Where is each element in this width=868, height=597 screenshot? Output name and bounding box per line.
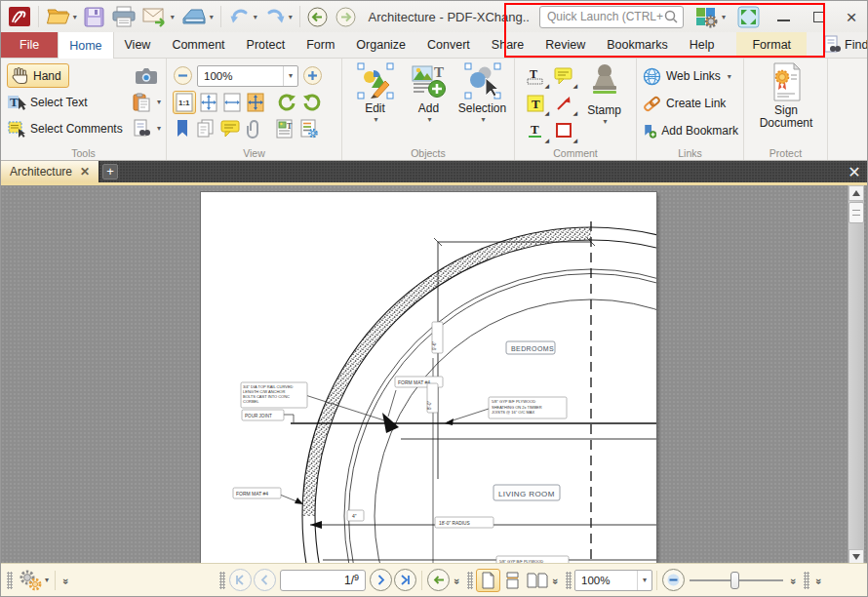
view-history-button[interactable]: »	[452, 574, 463, 587]
actual-size-button[interactable]: 1:1	[173, 91, 196, 114]
tab-bookmarks[interactable]: Bookmarks	[596, 32, 679, 58]
close-button[interactable]: ×	[840, 4, 863, 30]
fit-page-button[interactable]	[198, 92, 219, 113]
sticky-note-tool-button[interactable]: ◢	[549, 62, 577, 90]
scrollbar-thumb[interactable]	[848, 202, 864, 223]
fit-visible-button[interactable]	[245, 92, 266, 113]
tab-organize[interactable]: Organize	[345, 32, 416, 58]
email-button[interactable]: ▾	[139, 4, 178, 30]
previous-view-button[interactable]	[427, 569, 450, 591]
previous-page-button[interactable]	[254, 569, 276, 591]
document-tab-architecture[interactable]: Architecture ✕	[1, 161, 99, 182]
find-tool-button[interactable]: ▾	[132, 115, 161, 141]
zoom-slider[interactable]	[690, 571, 783, 590]
tab-share[interactable]: Share	[481, 32, 534, 58]
tab-protect[interactable]: Protect	[236, 32, 296, 58]
find-button[interactable]: Find...	[822, 32, 868, 58]
pdf-page[interactable]: BEDROOMS LIVING ROOM FORM MAT #4 3/4" DI…	[201, 192, 656, 565]
add-objects-button[interactable]: T Add ▾	[402, 62, 455, 146]
toolbar-grip[interactable]	[7, 572, 13, 589]
properties-pane-button[interactable]: T	[274, 118, 296, 139]
close-document-button[interactable]: ✕	[842, 161, 867, 182]
last-page-button[interactable]	[394, 569, 416, 591]
arrow-tool-button[interactable]: ◢	[549, 90, 577, 117]
rotate-cw-button[interactable]	[300, 91, 324, 114]
zoom-out-button[interactable]	[173, 65, 193, 86]
close-tab-icon[interactable]: ✕	[80, 165, 90, 179]
single-page-layout-button[interactable]	[476, 569, 500, 592]
sign-document-button[interactable]: Sign Document	[751, 62, 821, 146]
expand-toolbar-button[interactable]: »	[60, 574, 72, 587]
fullscreen-button[interactable]	[734, 4, 763, 30]
stamp-button[interactable]: Stamp ▾	[577, 62, 631, 146]
vertical-scrollbar[interactable]	[848, 185, 864, 565]
quick-launch-input[interactable]	[547, 10, 663, 23]
paste-button[interactable]: ▾	[132, 89, 161, 115]
two-page-layout-button[interactable]	[525, 569, 549, 592]
select-comments-button[interactable]: Select Comments	[7, 115, 126, 141]
hand-tool-button[interactable]: Hand	[7, 63, 69, 88]
toolbar-grip[interactable]	[566, 572, 572, 589]
create-link-button[interactable]: Create Link	[643, 90, 738, 117]
zoom-slider-thumb[interactable]	[730, 572, 739, 589]
zoom-in-button[interactable]	[302, 65, 323, 86]
zoom-options-button[interactable]: »	[788, 574, 800, 587]
back-button[interactable]	[303, 4, 332, 30]
ui-options-button[interactable]: ▾	[691, 4, 729, 30]
selection-button[interactable]: Selection ▾	[455, 62, 509, 146]
bookmarks-pane-button[interactable]	[173, 118, 192, 139]
typewriter-tool-button[interactable]: T◢	[521, 62, 549, 90]
zoom-out-button-status[interactable]	[662, 569, 685, 591]
toolbar-grip[interactable]	[804, 572, 809, 589]
tab-review[interactable]: Review	[534, 32, 596, 58]
tab-convert[interactable]: Convert	[416, 32, 481, 58]
quick-launch-box[interactable]	[539, 6, 684, 28]
pane-options-button[interactable]	[298, 118, 320, 139]
highlight-text-tool-button[interactable]: T◢	[521, 90, 549, 117]
ribbon-zoom-combo[interactable]: 100% ▾	[197, 65, 298, 87]
first-page-button[interactable]	[229, 569, 252, 591]
options-button[interactable]: ▾	[18, 569, 49, 592]
scroll-up-button[interactable]	[848, 185, 864, 201]
comments-pane-button[interactable]	[219, 118, 241, 139]
web-links-button[interactable]: Web Links ▾	[643, 62, 738, 90]
page-number-input[interactable]: 1/9	[280, 570, 366, 591]
tab-view[interactable]: View	[114, 32, 162, 58]
continuous-pages-icon	[505, 572, 520, 589]
minimize-button[interactable]	[772, 4, 796, 30]
edit-objects-button[interactable]: Edit ▾	[348, 62, 402, 146]
attachments-pane-button[interactable]	[244, 118, 263, 139]
tab-form[interactable]: Form	[296, 32, 345, 58]
document-viewport[interactable]: BEDROOMS LIVING ROOM FORM MAT #4 3/4" DI…	[1, 185, 867, 565]
tab-file[interactable]: File	[1, 32, 58, 58]
maximize-button[interactable]	[808, 4, 831, 30]
rotate-ccw-button[interactable]	[275, 91, 298, 114]
layout-options-button[interactable]: »	[550, 574, 562, 587]
next-page-button[interactable]	[370, 569, 392, 591]
continuous-layout-button[interactable]	[500, 569, 525, 592]
scan-button[interactable]: ▾	[178, 4, 217, 30]
fit-width-button[interactable]	[221, 92, 243, 113]
undo-button[interactable]: ▾	[225, 4, 260, 30]
redo-button[interactable]: ▾	[260, 4, 296, 30]
snapshot-button[interactable]	[132, 62, 161, 89]
new-tab-button[interactable]: +	[99, 161, 121, 182]
tab-comment[interactable]: Comment	[161, 32, 235, 58]
tab-format[interactable]: Format	[736, 32, 807, 58]
underline-text-tool-button[interactable]: T◢	[521, 117, 549, 144]
open-file-button[interactable]: ▾	[43, 4, 80, 30]
rectangle-tool-button[interactable]: ◢	[549, 117, 577, 144]
add-bookmark-button[interactable]: Add Bookmark	[643, 117, 738, 144]
tab-help[interactable]: Help	[679, 32, 726, 58]
status-zoom-combo[interactable]: 100% ▾	[574, 570, 652, 591]
more-tools-button[interactable]: »	[813, 574, 825, 587]
select-text-button[interactable]: T Select Text	[7, 89, 126, 115]
print-button[interactable]	[108, 4, 139, 30]
toolbar-grip[interactable]	[467, 572, 473, 589]
list-settings-icon	[299, 119, 319, 139]
tab-home[interactable]: Home	[58, 32, 113, 59]
forward-button[interactable]	[332, 4, 360, 30]
save-button[interactable]	[80, 4, 108, 30]
toolbar-grip[interactable]	[219, 572, 225, 589]
thumbnails-pane-button[interactable]	[195, 118, 217, 139]
